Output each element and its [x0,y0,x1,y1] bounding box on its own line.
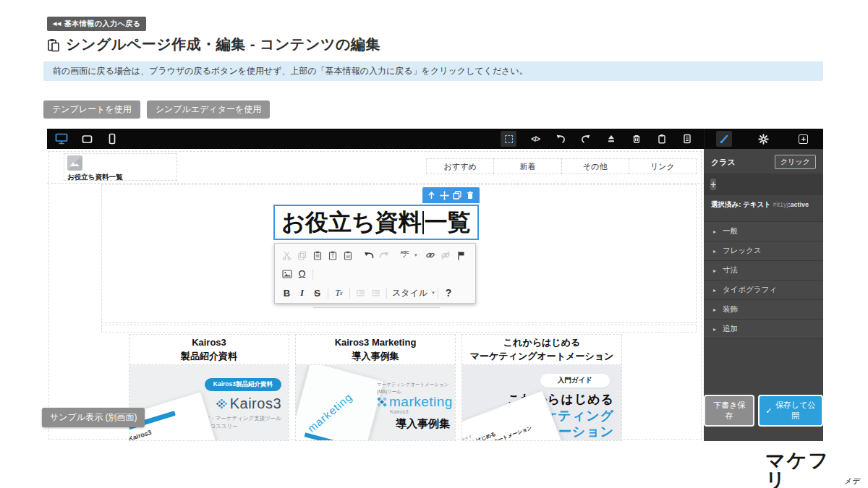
outdent-icon[interactable] [355,287,367,299]
open-code-icon[interactable]: </> [529,132,542,145]
style-dropdown-caret[interactable]: ▾ [432,290,435,296]
move-icon[interactable] [440,191,449,200]
marketing-logo: marketing [377,394,453,410]
section-general[interactable]: ▸ 一般 [704,222,823,241]
notice-bar: 前の画面に戻る場合は、ブラウザの戻るボタンを使用せず、上部の「基本情報の入力に戻… [43,61,823,81]
paste-clipboard-icon[interactable] [655,132,668,145]
nav-link-sonota[interactable]: その他 [561,158,629,174]
insert-image-icon[interactable] [281,268,293,280]
check-icon: ✓ [765,406,772,416]
marketing-small-text: マーケティングオートメーション(MA)ツール [377,381,448,395]
strikethrough-button[interactable]: S [312,287,323,299]
editor-canvas: お役立ち資料一覧 おすすめ 新着 その他 リンク [47,149,704,441]
top-actions: テンプレートを使用 シンプルエディターを使用 [43,100,270,119]
import-icon[interactable] [605,132,618,145]
spellcheck-icon[interactable]: ABC✓ [399,249,411,261]
document-icon[interactable] [681,132,694,145]
bold-button[interactable]: B [281,287,293,299]
paste-as-text-icon[interactable]: T [327,249,339,261]
select-parent-arrow-icon[interactable] [427,191,436,200]
page: { "header": { "back_icon": "◀◀", "back_l… [0,0,868,488]
card-title: これからはじめるマーケティングオートメーション [462,335,621,365]
anchor-flag-icon[interactable] [455,249,467,261]
nav-link-rinku[interactable]: リンク [629,158,697,174]
delete-trash-icon[interactable] [466,191,475,200]
double-left-arrow-icon: ◀◀ [53,21,61,27]
indent-icon[interactable] [370,287,382,299]
caret-right-icon: ▸ [713,287,716,294]
site-logo-block[interactable]: お役立ち資料一覧 [64,153,177,181]
style-sections: ▸ 一般 ▸ フレックス ▸ 寸法 ▸ タイポグラフィ ▸ 装飾 [704,221,823,339]
component-context-toolbar [422,187,480,203]
case-study-label: 導入事例集 [396,417,450,431]
caret-right-icon: ▸ [713,248,716,254]
section-extra[interactable]: ▸ 追加 [704,320,823,339]
clear-canvas-trash-icon[interactable] [630,132,643,145]
state-selector[interactable]: クリック [775,155,816,169]
special-char-omega-icon[interactable]: Ω [297,268,308,280]
back-to-basic-info-badge[interactable]: ◀◀ 基本情報の入力へ戻る [47,17,146,31]
paste-from-word-icon[interactable]: W [342,249,354,261]
card-ma-guide[interactable]: これからはじめるマーケティングオートメーション 入門ガイド これからはじめる マ… [461,334,622,441]
rich-text-toolbar: T W ABC✓ [274,243,476,304]
save-and-publish-button[interactable]: ✓ 保存して公開 [758,395,823,427]
svg-text:W: W [346,254,350,259]
heading-text-right: 一覧 [425,207,471,239]
section-dimension[interactable]: ▸ 寸法 [704,261,823,281]
kairos3-logo: Kairos3 [216,395,281,412]
page-title-text: シングルページ作成・編集 - コンテンツの編集 [66,35,380,54]
paste-icon[interactable] [312,249,323,261]
selected-element-info: 選択済み: テキスト #it1yj:active [704,195,823,213]
classes-container: + [704,174,823,195]
save-draft-button[interactable]: 下書き保存 [704,395,754,427]
nav-link-osusume[interactable]: おすすめ [426,158,494,174]
copy-icon[interactable] [297,249,308,261]
card-title: Kairos3 Marketing導入事例集 [296,335,455,365]
card-image: marketing マーケティングオートメーション(MA)ツール marketi… [296,365,455,441]
redo-icon[interactable] [579,132,592,145]
text-cursor [422,211,424,234]
style-manager-panel: クラス クリック + 選択済み: テキスト #it1yj:active ▸ 一般… [704,149,823,441]
selected-text-element[interactable]: お役立ち資料一覧 [273,205,479,240]
sample-view-button[interactable]: サンプル表示 (別画面) [42,408,145,427]
page-title: シングルページ作成・編集 - コンテンツの編集 [46,35,380,54]
style-manager-tab-brush-icon[interactable] [716,131,732,147]
undo-icon[interactable] [363,249,375,261]
heading-text-left: お役立ち資料 [281,207,422,239]
remove-format-button[interactable]: Tx [333,287,345,299]
makefri-media-label: メディア [844,476,868,488]
makefri-logo: マケフリ メディア [765,451,868,488]
italic-button[interactable]: I [297,287,308,299]
section-typography[interactable]: ▸ タイポグラフィ [704,281,823,300]
spellcheck-dropdown-caret[interactable]: ▾ [414,252,417,258]
desktop-device-icon[interactable] [54,132,69,146]
site-logo-caption: お役立ち資料一覧 [67,173,122,182]
tablet-device-icon[interactable] [80,132,94,146]
section-decoration[interactable]: ▸ 装飾 [704,300,823,320]
class-label: クラス [711,157,736,168]
caret-right-icon: ▸ [713,228,716,235]
redo-icon[interactable] [378,249,390,261]
help-button[interactable]: ? [443,287,454,299]
link-icon[interactable] [425,249,436,261]
selected-type: テキスト [743,200,771,208]
unlink-icon[interactable] [440,249,451,261]
card-marketing-cases[interactable]: Kairos3 Marketing導入事例集 marketing マーケティング… [295,334,456,441]
nav-link-shinchaku[interactable]: 新着 [493,158,561,174]
card-kairos3-product[interactable]: Kairos3製品紹介資料 Kairos3製品紹介資料 Kairos3 営業・マ… [129,334,289,441]
undo-icon[interactable] [554,132,567,145]
mobile-device-icon[interactable] [105,132,119,146]
style-dropdown[interactable]: スタイル [392,287,427,299]
section-flex[interactable]: ▸ フレックス [704,241,823,261]
notice-text: 前の画面に戻る場合は、ブラウザの戻るボタンを使用せず、上部の「基本情報の入力に戻… [53,65,528,77]
settings-gear-icon[interactable] [756,131,772,147]
caret-right-icon: ▸ [713,307,716,313]
select-components-icon[interactable] [501,131,516,147]
use-simple-editor-button[interactable]: シンプルエディターを使用 [147,100,271,119]
save-buttons: 下書き保存 ✓ 保存して公開 [704,395,823,427]
add-class-button[interactable]: + [710,179,716,190]
copy-icon[interactable] [453,191,462,200]
use-template-button[interactable]: テンプレートを使用 [43,100,140,119]
cut-icon[interactable] [281,249,293,261]
add-blocks-plus-icon[interactable]: + [796,131,812,147]
